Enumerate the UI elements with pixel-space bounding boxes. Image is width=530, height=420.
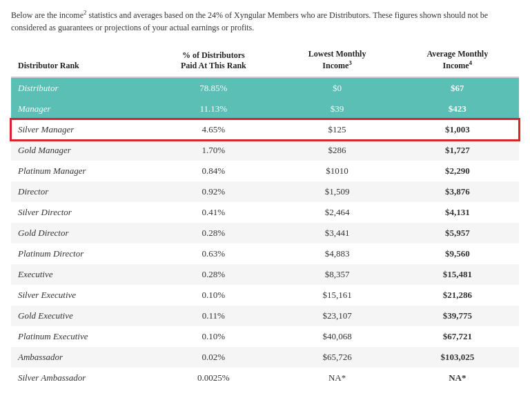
lowest-income-cell: $125 bbox=[279, 119, 396, 140]
lowest-income-cell: $23,107 bbox=[279, 306, 396, 326]
col-header-lowest: Lowest MonthlyIncome3 bbox=[279, 43, 396, 77]
rank-cell: Platinum Executive bbox=[11, 326, 148, 347]
average-income-cell: $67,721 bbox=[396, 326, 519, 347]
rank-cell: Silver Executive bbox=[11, 285, 148, 306]
rank-cell: Gold Executive bbox=[11, 306, 148, 326]
rank-cell: Platinum Manager bbox=[11, 161, 148, 181]
lowest-income-cell: $1010 bbox=[279, 161, 396, 181]
percent-cell: 78.85% bbox=[148, 77, 278, 99]
lowest-income-cell: NA* bbox=[279, 368, 396, 388]
lowest-income-cell: $4,883 bbox=[279, 243, 396, 264]
average-income-cell: $4,131 bbox=[396, 202, 519, 223]
rank-cell: Silver Director bbox=[11, 202, 148, 223]
lowest-income-cell: $3,441 bbox=[279, 223, 396, 243]
table-row: Gold Executive0.11%$23,107$39,775 bbox=[11, 306, 519, 326]
average-income-cell: $2,290 bbox=[396, 161, 519, 181]
col-header-average: Average MonthlyIncome4 bbox=[396, 43, 519, 77]
col-header-rank: Distributor Rank bbox=[11, 43, 148, 77]
percent-cell: 4.65% bbox=[148, 119, 278, 140]
average-income-cell: $67 bbox=[396, 77, 519, 99]
table-row: Ambassador0.02%$65,726$103,025 bbox=[11, 347, 519, 368]
lowest-income-cell: $40,068 bbox=[279, 326, 396, 347]
percent-cell: 0.84% bbox=[148, 161, 278, 181]
average-income-cell: NA* bbox=[396, 368, 519, 388]
rank-cell: Silver Ambassador bbox=[11, 368, 148, 388]
table-row: Executive0.28%$8,357$15,481 bbox=[11, 264, 519, 285]
average-income-cell: $39,775 bbox=[396, 306, 519, 326]
lowest-income-cell: $0 bbox=[279, 77, 396, 99]
intro-paragraph: Below are the income2 statistics and ave… bbox=[11, 8, 519, 34]
table-row: Gold Manager1.70%$286$1,727 bbox=[11, 140, 519, 161]
income-statistics-table: Distributor Rank % of DistributorsPaid A… bbox=[11, 43, 519, 388]
percent-cell: 0.28% bbox=[148, 264, 278, 285]
lowest-income-cell: $1,509 bbox=[279, 181, 396, 202]
average-income-cell: $15,481 bbox=[396, 264, 519, 285]
table-row: Silver Executive0.10%$15,161$21,286 bbox=[11, 285, 519, 306]
average-income-cell: $9,560 bbox=[396, 243, 519, 264]
average-income-cell: $3,876 bbox=[396, 181, 519, 202]
lowest-income-cell: $286 bbox=[279, 140, 396, 161]
table-row: Gold Director0.28%$3,441$5,957 bbox=[11, 223, 519, 243]
rank-cell: Gold Director bbox=[11, 223, 148, 243]
lowest-income-cell: $2,464 bbox=[279, 202, 396, 223]
table-row: Manager11.13%$39$423 bbox=[11, 99, 519, 119]
average-income-cell: $1,727 bbox=[396, 140, 519, 161]
lowest-income-cell: $39 bbox=[279, 99, 396, 119]
table-row: Silver Manager4.65%$125$1,003 bbox=[11, 119, 519, 140]
average-income-cell: $423 bbox=[396, 99, 519, 119]
percent-cell: 0.92% bbox=[148, 181, 278, 202]
table-row: Director0.92%$1,509$3,876 bbox=[11, 181, 519, 202]
average-income-cell: $5,957 bbox=[396, 223, 519, 243]
rank-cell: Platinum Director bbox=[11, 243, 148, 264]
rank-cell: Gold Manager bbox=[11, 140, 148, 161]
percent-cell: 0.02% bbox=[148, 347, 278, 368]
percent-cell: 0.10% bbox=[148, 326, 278, 347]
rank-cell: Executive bbox=[11, 264, 148, 285]
percent-cell: 0.10% bbox=[148, 285, 278, 306]
rank-cell: Distributor bbox=[11, 77, 148, 99]
table-row: Platinum Executive0.10%$40,068$67,721 bbox=[11, 326, 519, 347]
lowest-income-cell: $15,161 bbox=[279, 285, 396, 306]
average-income-cell: $1,003 bbox=[396, 119, 519, 140]
rank-cell: Manager bbox=[11, 99, 148, 119]
table-header-row: Distributor Rank % of DistributorsPaid A… bbox=[11, 43, 519, 77]
table-row: Platinum Manager0.84%$1010$2,290 bbox=[11, 161, 519, 181]
col-header-percent: % of DistributorsPaid At This Rank bbox=[148, 43, 278, 77]
table-row: Silver Ambassador0.0025%NA*NA* bbox=[11, 368, 519, 388]
percent-cell: 0.11% bbox=[148, 306, 278, 326]
table-row: Distributor78.85%$0$67 bbox=[11, 77, 519, 99]
percent-cell: 0.41% bbox=[148, 202, 278, 223]
rank-cell: Ambassador bbox=[11, 347, 148, 368]
table-row: Platinum Director0.63%$4,883$9,560 bbox=[11, 243, 519, 264]
percent-cell: 11.13% bbox=[148, 99, 278, 119]
lowest-income-cell: $8,357 bbox=[279, 264, 396, 285]
percent-cell: 0.63% bbox=[148, 243, 278, 264]
percent-cell: 0.28% bbox=[148, 223, 278, 243]
lowest-income-cell: $65,726 bbox=[279, 347, 396, 368]
percent-cell: 0.0025% bbox=[148, 368, 278, 388]
average-income-cell: $103,025 bbox=[396, 347, 519, 368]
percent-cell: 1.70% bbox=[148, 140, 278, 161]
table-row: Silver Director0.41%$2,464$4,131 bbox=[11, 202, 519, 223]
average-income-cell: $21,286 bbox=[396, 285, 519, 306]
rank-cell: Director bbox=[11, 181, 148, 202]
rank-cell: Silver Manager bbox=[11, 119, 148, 140]
